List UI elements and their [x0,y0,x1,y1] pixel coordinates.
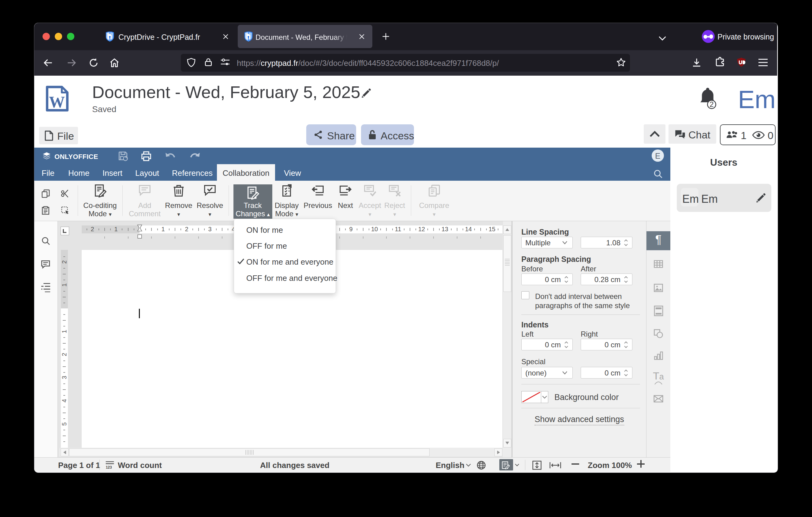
svg-text:W: W [49,93,65,111]
svg-text:123: 123 [106,465,112,469]
svg-text:2: 2 [709,100,714,108]
